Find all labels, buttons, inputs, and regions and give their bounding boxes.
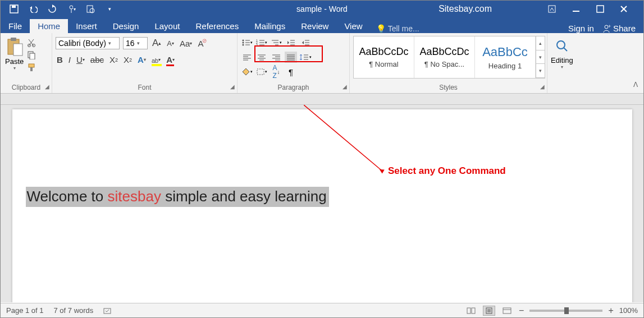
- text-segment-red: sitesbay: [108, 188, 161, 205]
- underline-button[interactable]: U▾: [75, 55, 86, 64]
- svg-text:+: +: [608, 24, 611, 29]
- group-styles: AaBbCcDc ¶ Normal AaBbCcDc ¶ No Spac... …: [350, 33, 547, 93]
- bold-button[interactable]: B: [56, 55, 64, 64]
- tab-home[interactable]: Home: [30, 19, 68, 33]
- paste-button[interactable]: Paste ▾: [4, 35, 25, 82]
- group-clipboard: Paste ▾ Clipboard ◢: [1, 33, 52, 93]
- print-preview-icon[interactable]: [86, 4, 95, 13]
- shading-icon[interactable]: ▾: [241, 66, 253, 77]
- clear-formatting-icon[interactable]: A⊘: [197, 39, 204, 48]
- styles-scroll-down-icon[interactable]: ▾: [536, 50, 545, 64]
- save-icon[interactable]: [10, 4, 19, 13]
- styles-expand-icon[interactable]: ▾: [536, 64, 545, 78]
- touch-mode-icon[interactable]: ▾: [67, 4, 76, 13]
- word-count[interactable]: 7 of 7 words: [54, 306, 94, 315]
- strikethrough-button[interactable]: abc: [89, 55, 105, 64]
- zoom-slider[interactable]: [529, 310, 602, 312]
- svg-point-62: [557, 41, 565, 49]
- print-layout-icon[interactable]: [483, 306, 495, 316]
- font-dialog-launcher-icon[interactable]: ◢: [230, 84, 235, 90]
- style-normal[interactable]: AaBbCcDc ¶ Normal: [354, 36, 414, 78]
- show-hide-icon[interactable]: ¶: [285, 66, 297, 77]
- font-group-label: Font: [56, 82, 234, 93]
- style-no-spacing[interactable]: AaBbCcDc ¶ No Spac...: [414, 36, 475, 78]
- proofing-icon[interactable]: [103, 307, 112, 315]
- borders-icon[interactable]: ▾: [255, 66, 268, 77]
- close-icon[interactable]: [620, 5, 628, 13]
- svg-rect-20: [30, 67, 33, 71]
- svg-rect-7: [597, 6, 604, 12]
- styles-scroll-up-icon[interactable]: ▴: [536, 36, 545, 50]
- qat-customize-icon[interactable]: ▾: [105, 4, 114, 13]
- increase-indent-icon[interactable]: [299, 37, 312, 48]
- cut-icon[interactable]: [27, 38, 37, 47]
- subscript-button[interactable]: X2: [108, 55, 119, 64]
- share-button[interactable]: + Share: [602, 24, 636, 33]
- ribbon: Paste ▾ Clipboard ◢ Calibri (Body)▾ 16▾ …: [1, 33, 643, 94]
- align-center-icon[interactable]: [255, 52, 268, 63]
- align-left-icon[interactable]: [241, 52, 253, 63]
- ribbon-tabs: File Home Insert Design Layout Reference…: [1, 17, 643, 33]
- numbering-icon[interactable]: 123▾: [255, 37, 268, 48]
- svg-rect-19: [29, 64, 34, 67]
- svg-rect-67: [472, 308, 475, 314]
- font-name-combo[interactable]: Calibri (Body)▾: [56, 37, 120, 49]
- tab-design[interactable]: Design: [105, 19, 147, 33]
- tab-layout[interactable]: Layout: [147, 19, 188, 33]
- bullets-icon[interactable]: ▾: [241, 37, 253, 48]
- multilevel-list-icon[interactable]: ▾: [270, 37, 282, 48]
- redo-icon[interactable]: [48, 4, 57, 13]
- web-layout-icon[interactable]: [501, 306, 513, 316]
- grow-font-icon[interactable]: A▴: [151, 38, 162, 49]
- svg-point-21: [243, 40, 244, 42]
- format-painter-icon[interactable]: [27, 63, 37, 72]
- sign-in-link[interactable]: Sign in: [568, 24, 594, 33]
- paragraph-dialog-launcher-icon[interactable]: ◢: [342, 84, 347, 90]
- copy-icon[interactable]: [27, 50, 37, 59]
- align-right-icon[interactable]: [270, 52, 282, 63]
- text-effects-icon[interactable]: A▾: [136, 55, 147, 64]
- tab-review[interactable]: Review: [293, 19, 336, 33]
- svg-rect-61: [257, 69, 264, 75]
- font-size-combo[interactable]: 16▾: [123, 37, 148, 49]
- editing-button[interactable]: Editing ▾: [551, 35, 573, 82]
- styles-gallery: AaBbCcDc ¶ Normal AaBbCcDc ¶ No Spac... …: [353, 36, 545, 79]
- change-case-icon[interactable]: Aa▾: [179, 39, 193, 48]
- page-indicator[interactable]: Page 1 of 1: [6, 306, 44, 315]
- line-spacing-icon[interactable]: ▾: [299, 52, 312, 63]
- minimize-icon[interactable]: [572, 4, 581, 13]
- tell-me-search[interactable]: 💡 Tell me...: [376, 24, 419, 33]
- lightbulb-icon: 💡: [376, 24, 386, 33]
- italic-button[interactable]: I: [67, 55, 72, 64]
- tab-view[interactable]: View: [336, 19, 370, 33]
- tab-file[interactable]: File: [1, 19, 30, 33]
- undo-icon[interactable]: [29, 4, 38, 13]
- zoom-in-icon[interactable]: +: [608, 306, 613, 316]
- font-size-value: 16: [126, 39, 135, 48]
- selected-text[interactable]: Welcome to sitesbay simple and easy lear…: [26, 187, 329, 207]
- collapse-ribbon-icon[interactable]: ᐱ: [633, 81, 638, 89]
- clipboard-dialog-launcher-icon[interactable]: ◢: [45, 84, 49, 90]
- zoom-level[interactable]: 100%: [619, 306, 638, 315]
- tab-references[interactable]: References: [188, 19, 246, 33]
- decrease-indent-icon[interactable]: [285, 37, 297, 48]
- superscript-button[interactable]: X2: [122, 55, 133, 64]
- style-heading-1[interactable]: AaBbCc Heading 1: [475, 36, 536, 78]
- zoom-thumb[interactable]: [564, 307, 569, 314]
- tab-mailings[interactable]: Mailings: [246, 19, 293, 33]
- highlight-icon[interactable]: ab▾: [150, 55, 162, 64]
- style-preview: AaBbCcDc: [359, 46, 408, 58]
- justify-icon[interactable]: [285, 52, 297, 63]
- ribbon-display-icon[interactable]: [548, 5, 556, 13]
- ruler-area: [1, 94, 643, 105]
- styles-dialog-launcher-icon[interactable]: ◢: [540, 84, 545, 90]
- tab-insert[interactable]: Insert: [68, 19, 105, 33]
- shrink-font-icon[interactable]: A▾: [166, 39, 175, 48]
- maximize-icon[interactable]: [596, 5, 604, 13]
- sort-icon[interactable]: AZ↓: [270, 66, 282, 77]
- style-preview: AaBbCc: [482, 45, 528, 59]
- find-icon: [555, 39, 569, 53]
- zoom-out-icon[interactable]: −: [519, 306, 524, 316]
- font-color-icon[interactable]: A▾: [165, 55, 176, 64]
- read-mode-icon[interactable]: [465, 306, 477, 316]
